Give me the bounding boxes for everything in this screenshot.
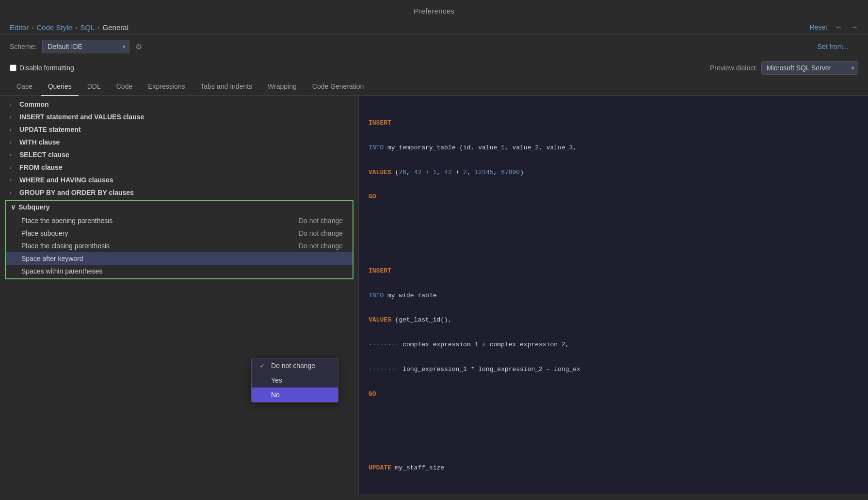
subquery-section: ∨ Subquery Place the opening parenthesis… — [5, 200, 354, 279]
tree-item-with[interactable]: › WITH clause — [0, 136, 358, 148]
title-bar: Preferences — [0, 0, 868, 20]
disable-formatting-checkbox[interactable] — [10, 65, 16, 71]
subquery-child-closing[interactable]: Place the closing parenthesis Do not cha… — [6, 240, 353, 252]
chevron-right-icon: › — [10, 152, 16, 158]
dropdown-item-yes[interactable]: Yes — [252, 373, 338, 387]
breadcrumb-sql[interactable]: SQL — [80, 23, 95, 32]
child-label: Place the opening parenthesis — [21, 217, 299, 225]
breadcrumb-codestyle[interactable]: Code Style — [37, 23, 72, 32]
breadcrumb-sep-2: › — [75, 24, 77, 31]
chevron-right-icon: › — [10, 101, 16, 107]
set-from-button[interactable]: Set from... — [817, 43, 849, 50]
tab-code[interactable]: Code — [110, 79, 139, 96]
breadcrumb-right: Reset ← → — [809, 23, 858, 32]
right-panel: INSERT INTO my_temporary_table (id, valu… — [359, 96, 868, 494]
child-label: Spaces within parentheses — [21, 267, 343, 275]
preview-dialect: Preview dialect: Microsoft SQL Server My… — [710, 61, 858, 75]
back-button[interactable]: ← — [835, 23, 843, 32]
main-content: › Common › INSERT statement and VALUES c… — [0, 96, 868, 494]
title-text: Preferences — [414, 7, 454, 15]
subquery-header[interactable]: ∨ Subquery — [6, 201, 353, 213]
subquery-children: Place the opening parenthesis Do not cha… — [6, 213, 353, 278]
breadcrumb-sep-1: › — [32, 24, 33, 31]
dropdown-item-do-not-change[interactable]: ✓ Do not change — [252, 358, 338, 373]
chevron-right-icon: › — [10, 164, 16, 170]
child-label: Space after keyword — [21, 255, 343, 262]
chevron-right-icon: › — [10, 114, 16, 120]
forward-button[interactable]: → — [851, 23, 858, 32]
tree-item-insert[interactable]: › INSERT statement and VALUES clause — [0, 111, 358, 123]
scheme-select-wrapper[interactable]: Default IDE Project — [42, 40, 129, 53]
tab-expressions[interactable]: Expressions — [141, 79, 192, 96]
tree-item-where[interactable]: › WHERE and HAVING clauses — [0, 174, 358, 186]
child-value: Do not change — [299, 229, 348, 237]
breadcrumb-sep-3: › — [97, 24, 99, 31]
chevron-right-icon: › — [10, 177, 16, 183]
dialect-label: Preview dialect: — [710, 64, 757, 72]
disable-formatting-text: Disable formatting — [19, 64, 74, 72]
tree-item-groupby[interactable]: › GROUP BY and ORDER BY clauses — [0, 186, 358, 199]
tab-wrapping[interactable]: Wrapping — [261, 79, 304, 96]
formatting-bar: Disable formatting Preview dialect: Micr… — [0, 58, 868, 79]
subquery-child-place[interactable]: Place subquery Do not change — [6, 227, 353, 240]
subquery-child-spaces-within[interactable]: Spaces within parentheses — [6, 265, 353, 277]
chevron-down-icon: ∨ — [11, 203, 16, 211]
tab-tabs-indents[interactable]: Tabs and Indents — [193, 79, 259, 96]
checkmark-icon: ✓ — [259, 362, 266, 370]
chevron-right-icon: › — [10, 127, 16, 132]
tabs-bar: Case Queries DDL Code Expressions Tabs a… — [0, 79, 868, 96]
subquery-child-space[interactable]: Space after keyword — [6, 252, 353, 265]
gear-button[interactable]: ⚙ — [135, 42, 142, 51]
tree-item-update[interactable]: › UPDATE statement — [0, 123, 358, 136]
child-value: Do not change — [299, 242, 348, 250]
tab-case[interactable]: Case — [10, 79, 39, 96]
scheme-label: Scheme: — [10, 43, 36, 50]
breadcrumb-editor[interactable]: Editor — [10, 23, 29, 32]
child-label: Place the closing parenthesis — [21, 242, 299, 250]
dropdown-item-no[interactable]: No — [252, 387, 338, 402]
child-value: Do not change — [299, 217, 348, 225]
dropdown-menu: ✓ Do not change Yes No — [251, 358, 338, 403]
dialect-select[interactable]: Microsoft SQL Server MySQL PostgreSQL SQ… — [761, 61, 858, 75]
breadcrumb-bar: Editor › Code Style › SQL › General Rese… — [0, 20, 868, 35]
tab-ddl[interactable]: DDL — [80, 79, 108, 96]
subquery-child-opening[interactable]: Place the opening parenthesis Do not cha… — [6, 214, 353, 227]
tree-item-common[interactable]: › Common — [0, 98, 358, 111]
chevron-right-icon: › — [10, 139, 16, 145]
chevron-right-icon: › — [10, 190, 16, 195]
scheme-bar: Scheme: Default IDE Project ⚙ Set from..… — [0, 35, 868, 58]
tab-code-generation[interactable]: Code Generation — [305, 79, 371, 96]
tree-item-from[interactable]: › FROM clause — [0, 161, 358, 174]
tab-queries[interactable]: Queries — [41, 79, 79, 96]
left-panel: › Common › INSERT statement and VALUES c… — [0, 96, 359, 494]
scheme-select[interactable]: Default IDE Project — [42, 40, 129, 53]
child-label: Place subquery — [21, 229, 299, 237]
breadcrumb-general: General — [103, 23, 129, 32]
dialect-select-wrapper[interactable]: Microsoft SQL Server MySQL PostgreSQL SQ… — [761, 61, 858, 75]
tree-item-select[interactable]: › SELECT clause — [0, 148, 358, 161]
disable-formatting-label[interactable]: Disable formatting — [10, 64, 74, 72]
reset-button[interactable]: Reset — [809, 23, 827, 31]
